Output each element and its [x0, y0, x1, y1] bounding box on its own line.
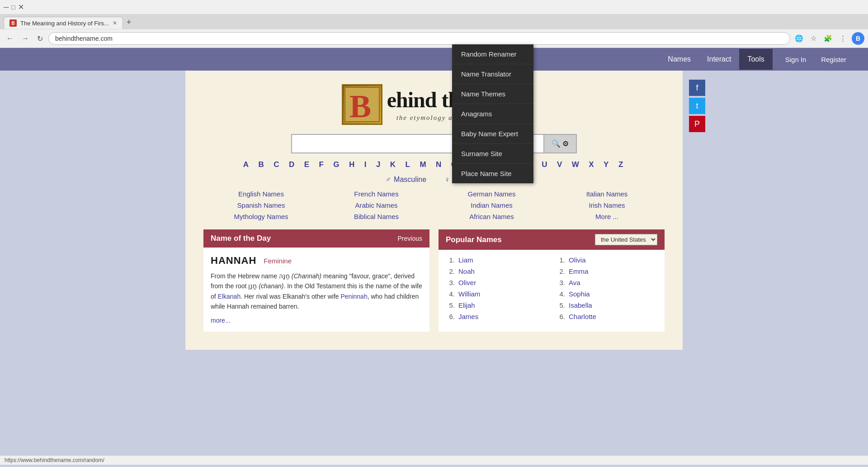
nav-names[interactable]: Names	[660, 49, 699, 70]
alpha-K[interactable]: K	[390, 160, 397, 169]
extension-icon[interactable]: 🧩	[822, 33, 834, 44]
dropdown-item-place-name-site[interactable]: Place Name Site	[452, 164, 533, 183]
alpha-G[interactable]: G	[333, 160, 341, 169]
cat-italian-names[interactable]: Italian Names	[549, 190, 665, 198]
dropdown-item-random-renamer[interactable]: Random Renamer	[452, 44, 533, 64]
minimize-btn[interactable]: ─	[4, 3, 9, 11]
alpha-Y[interactable]: Y	[604, 160, 610, 169]
dropdown-item-name-themes[interactable]: Name Themes	[452, 84, 533, 104]
cat-african-names[interactable]: African Names	[434, 213, 549, 220]
active-tab[interactable]: B The Meaning and History of Firs... ✕	[4, 17, 123, 29]
title-bar: ─ □ ✕	[0, 0, 868, 14]
address-bar[interactable]	[48, 32, 790, 45]
facebook-button[interactable]: f	[689, 80, 705, 96]
boy-name-2: Noah	[458, 267, 475, 275]
elkanah-link[interactable]: Elkanah	[218, 293, 241, 300]
popular-boy-1: 1. Liam	[446, 254, 547, 266]
nav-interact[interactable]: Interact	[699, 49, 739, 70]
cat-arabic-names[interactable]: Arabic Names	[319, 201, 434, 209]
sign-in-link[interactable]: Sign In	[782, 56, 810, 63]
popular-region-select[interactable]: the United States	[595, 234, 657, 245]
alpha-V[interactable]: V	[557, 160, 564, 169]
notd-name: HANNAH	[211, 255, 256, 267]
alpha-W[interactable]: W	[572, 160, 581, 169]
notd-more: more...	[211, 316, 422, 324]
cat-indian-names[interactable]: Indian Names	[434, 201, 549, 209]
girl-rank-6: 6.	[556, 313, 565, 320]
panels-row: Name of the Day Previous HANNAH Feminine…	[203, 229, 665, 332]
tab-close-icon[interactable]: ✕	[113, 20, 117, 26]
notd-previous-link[interactable]: Previous	[398, 235, 422, 242]
cat-more[interactable]: More ...	[549, 213, 665, 220]
cat-biblical-names[interactable]: Biblical Names	[319, 213, 434, 220]
notd-more-link[interactable]: more...	[211, 317, 231, 324]
pinterest-button[interactable]: P	[689, 116, 705, 132]
masculine-link[interactable]: ♂ Masculine	[386, 176, 426, 184]
alpha-B[interactable]: B	[258, 160, 265, 169]
alpha-H[interactable]: H	[349, 160, 356, 169]
profile-button[interactable]: B	[852, 32, 864, 45]
translate-icon[interactable]: 🌐	[793, 33, 805, 44]
new-tab-button[interactable]: +	[123, 16, 135, 29]
bookmark-icon[interactable]: ☆	[809, 33, 818, 44]
notd-body: HANNAH Feminine From the Hebrew name חַנ…	[203, 248, 429, 332]
notd-gender: Feminine	[264, 257, 292, 265]
boy-rank-4: 4.	[446, 290, 455, 298]
alpha-F[interactable]: F	[319, 160, 325, 169]
popular-boy-2: 2. Noah	[446, 266, 547, 277]
nav-tools[interactable]: Tools	[739, 49, 772, 70]
cat-german-names[interactable]: German Names	[434, 190, 549, 198]
dropdown-item-surname-site[interactable]: Surname Site	[452, 144, 533, 164]
alpha-J[interactable]: J	[376, 160, 382, 169]
search-area: 🔍 ⚙	[203, 134, 665, 153]
alpha-A[interactable]: A	[243, 160, 250, 169]
cat-english-names[interactable]: English Names	[203, 190, 319, 198]
cat-french-names[interactable]: French Names	[319, 190, 434, 198]
dropdown-item-name-translator[interactable]: Name Translator	[452, 64, 533, 84]
girl-rank-3: 3.	[556, 279, 565, 286]
girl-name-5: Isabella	[569, 301, 592, 309]
logo-area: B ehind the Name the etymology and histo…	[203, 84, 665, 125]
alpha-N[interactable]: N	[436, 160, 443, 169]
alpha-I[interactable]: I	[364, 160, 368, 169]
logo-container: B ehind the Name the etymology and histo…	[203, 84, 665, 125]
cat-spanish-names[interactable]: Spanish Names	[203, 201, 319, 209]
social-icons: f t P	[689, 80, 705, 132]
popular-boy-3: 3. Oliver	[446, 277, 547, 288]
alpha-Z[interactable]: Z	[618, 160, 625, 169]
menu-icon[interactable]: ⋮	[838, 33, 848, 44]
popular-title: Popular Names	[446, 235, 502, 244]
back-button[interactable]: ←	[4, 33, 16, 44]
girl-name-4: Sophia	[569, 290, 590, 298]
boy-name-4: William	[458, 290, 480, 298]
maximize-btn[interactable]: □	[11, 4, 15, 11]
cat-irish-names[interactable]: Irish Names	[549, 201, 665, 209]
popular-boy-4: 4. William	[446, 288, 547, 300]
popular-girl-6: 6. Charlotte	[556, 311, 657, 322]
register-link[interactable]: Register	[817, 56, 850, 63]
cat-mythology-names[interactable]: Mythology Names	[203, 213, 319, 220]
girl-rank-4: 4.	[556, 290, 565, 298]
alpha-C[interactable]: C	[274, 160, 281, 169]
alpha-M[interactable]: M	[420, 160, 428, 169]
website-container: Names Interact Tools Sign In Register Ra…	[0, 48, 868, 455]
forward-button[interactable]: →	[19, 33, 32, 44]
dropdown-item-anagrams[interactable]: Anagrams	[452, 104, 533, 124]
dropdown-item-baby-name-expert[interactable]: Baby Name Expert	[452, 124, 533, 144]
main-wrapper: f t P B ehind the Name	[0, 71, 868, 350]
alpha-U[interactable]: U	[542, 160, 549, 169]
search-button[interactable]: 🔍 ⚙	[544, 134, 577, 153]
gender-bar: ♂ Masculine ♀ Feminine	[203, 176, 665, 184]
popular-girl-5: 5. Isabella	[556, 300, 657, 311]
close-btn[interactable]: ✕	[18, 3, 24, 11]
tab-favicon: B	[9, 19, 17, 27]
alpha-L[interactable]: L	[406, 160, 412, 169]
twitter-button[interactable]: t	[689, 98, 705, 114]
alpha-E[interactable]: E	[304, 160, 311, 169]
logo-initial: B	[342, 84, 382, 125]
site-header: Names Interact Tools Sign In Register	[0, 48, 868, 71]
peninnah-link[interactable]: Peninnah	[341, 293, 368, 300]
refresh-button[interactable]: ↻	[34, 33, 46, 45]
alpha-X[interactable]: X	[589, 160, 595, 169]
alpha-D[interactable]: D	[289, 160, 296, 169]
